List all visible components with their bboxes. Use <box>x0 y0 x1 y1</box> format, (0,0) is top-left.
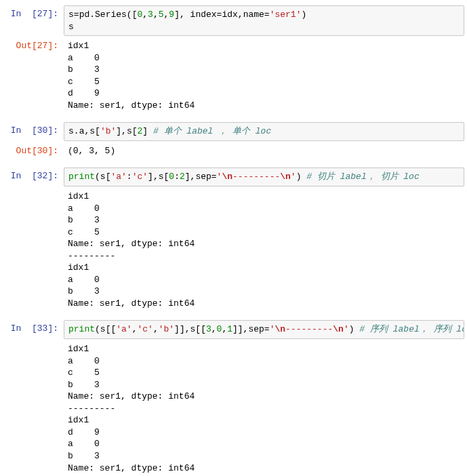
code-token: . <box>74 126 79 136</box>
code-token: ' <box>344 324 349 334</box>
code-input-area[interactable]: print(s['a':'c'],s[0:2],sep='\n---------… <box>64 167 464 186</box>
code-input-area[interactable]: s.a,s['b'],s[2] # 单个 label ， 单个 loc <box>64 122 464 141</box>
code-token: , <box>185 324 190 334</box>
code-token: --------- <box>232 172 280 182</box>
code-token: ]] <box>174 324 185 334</box>
code-token: : <box>127 172 132 182</box>
code-token: ] <box>185 172 190 182</box>
code-token: print <box>68 172 95 182</box>
code-token: s <box>100 172 106 182</box>
code-token: 5 <box>159 9 164 20</box>
code-token: s <box>68 9 74 20</box>
output-text: idx1 a 0 c 5 b 3 Name: ser1, dtype: int6… <box>64 340 464 476</box>
code-cell: In [27]:s=pd.Series([0,3,5,9], index=idx… <box>3 5 464 36</box>
code-token <box>148 126 153 136</box>
code-token: sep <box>195 172 211 182</box>
code-token: , <box>153 324 159 334</box>
cell-body: idx1 a 0 b 3 c 5 Name: ser1, dtype: int6… <box>64 188 464 312</box>
code-token: , <box>142 9 148 20</box>
code-token: 'b' <box>100 126 116 136</box>
input-prompt: In [30]: <box>3 122 64 140</box>
code-token: 'c' <box>137 324 153 334</box>
output-cell: idx1 a 0 c 5 b 3 Name: ser1, dtype: int6… <box>3 340 464 476</box>
code-token: print <box>68 324 95 334</box>
code-token: ] <box>148 172 153 182</box>
code-token: 0 <box>169 172 174 182</box>
code-input-area[interactable]: s=pd.Series([0,3,5,9], index=idx,name='s… <box>64 5 464 36</box>
code-token: s <box>127 126 132 136</box>
code-token: = <box>264 324 270 334</box>
code-token: --------- <box>285 324 333 334</box>
output-text: idx1 a 0 b 3 c 5 Name: ser1, dtype: int6… <box>64 188 464 312</box>
output-prompt <box>3 340 64 346</box>
code-token: 3 <box>206 324 211 334</box>
code-token: . <box>89 9 95 20</box>
code-token: ) <box>349 324 354 334</box>
code-token: 'c' <box>132 172 148 182</box>
code-token: s <box>68 22 74 32</box>
code-cell: In [30]:s.a,s['b'],s[2] # 单个 label ， 单个 … <box>3 122 464 141</box>
code-token: 'ser1' <box>270 9 302 20</box>
code-token: \n <box>280 172 291 182</box>
code-token: 'a' <box>116 324 131 334</box>
code-token: ( <box>95 324 100 334</box>
code-token: pd <box>79 9 90 20</box>
code-token: 3 <box>148 9 153 20</box>
input-prompt: In [33]: <box>3 320 64 338</box>
code-token: [ <box>132 126 138 136</box>
code-token: ) <box>301 9 306 20</box>
code-token: [[ <box>106 324 117 334</box>
code-token: [[ <box>195 324 206 334</box>
output-text: (0, 3, 5) <box>64 142 464 160</box>
code-token: : <box>174 172 180 182</box>
code-input-area[interactable]: print(s[['a','c','b']],s[[3,0,1]],sep='\… <box>64 320 464 339</box>
output-cell: Out[27]:idx1 a 0 b 3 c 5 d 9 Name: ser1,… <box>3 37 464 114</box>
cell-body: idx1 a 0 c 5 b 3 Name: ser1, dtype: int6… <box>64 340 464 476</box>
code-token: # 单个 label ， 单个 loc <box>153 126 271 136</box>
code-token: s <box>159 172 164 182</box>
code-token: , <box>153 9 159 20</box>
code-token: ]] <box>232 324 243 334</box>
output-prompt <box>3 188 64 193</box>
code-cell: In [33]:print(s[['a','c','b']],s[[3,0,1]… <box>3 320 464 339</box>
code-token: # 序列 label， 序列 loc <box>359 324 464 334</box>
code-token: [ <box>95 126 100 136</box>
spacer <box>3 115 464 122</box>
code-token: 1 <box>227 324 232 334</box>
code-token: \n <box>333 324 344 334</box>
code-token: \n <box>222 172 232 182</box>
code-token: = <box>264 9 270 20</box>
code-token: 'a' <box>110 172 126 182</box>
code-token: , <box>121 126 127 136</box>
cell-body: idx1 a 0 b 3 c 5 d 9 Name: ser1, dtype: … <box>64 37 464 114</box>
code-token: , index <box>180 9 217 20</box>
cell-body: s.a,s['b'],s[2] # 单个 label ， 单个 loc <box>64 122 464 141</box>
code-token: s <box>100 324 106 334</box>
output-text: idx1 a 0 b 3 c 5 d 9 Name: ser1, dtype: … <box>64 37 464 114</box>
input-prompt: In [27]: <box>3 5 64 23</box>
code-token: ] <box>142 126 148 136</box>
code-token: # 切片 label， 切片 loc <box>306 172 419 182</box>
cell-body: print(s['a':'c'],s[0:2],sep='\n---------… <box>64 167 464 186</box>
code-token: 'b' <box>159 324 174 334</box>
output-prompt: Out[30]: <box>3 142 64 160</box>
code-token: 9 <box>169 9 174 20</box>
output-prompt: Out[27]: <box>3 37 64 55</box>
cell-body: (0, 3, 5) <box>64 142 464 160</box>
code-token: sep <box>248 324 264 334</box>
cell-body: print(s[['a','c','b']],s[[3,0,1]],sep='\… <box>64 320 464 339</box>
code-token: , <box>153 172 159 182</box>
code-token: , <box>238 9 243 20</box>
code-token: s <box>68 126 74 136</box>
code-token: ( <box>127 9 132 20</box>
code-token: Series <box>95 9 127 20</box>
output-cell: Out[30]:(0, 3, 5) <box>3 142 464 160</box>
notebook-root: In [27]:s=pd.Series([0,3,5,9], index=idx… <box>3 5 464 476</box>
input-prompt: In [32]: <box>3 167 64 185</box>
code-token: = <box>211 172 217 182</box>
code-token: \n <box>275 324 285 334</box>
spacer <box>3 161 464 167</box>
output-cell: idx1 a 0 b 3 c 5 Name: ser1, dtype: int6… <box>3 188 464 312</box>
code-token: name <box>243 9 264 20</box>
code-cell: In [32]:print(s['a':'c'],s[0:2],sep='\n-… <box>3 167 464 186</box>
